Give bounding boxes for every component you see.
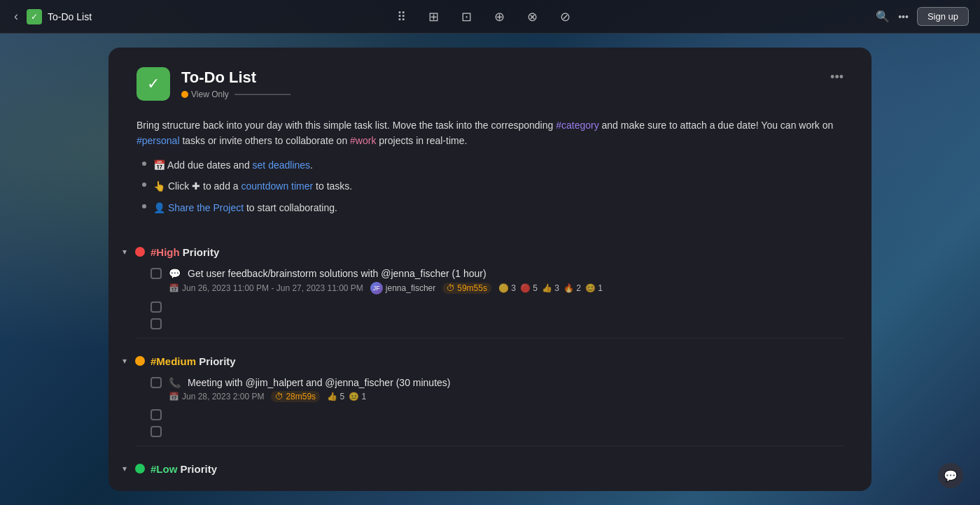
task-item-1: 💬 Get user feedback/brainstorm solutions…	[108, 264, 872, 299]
view-only-bar	[234, 94, 290, 95]
assignee-avatar-1: JF	[370, 282, 383, 294]
bullet-text-2: 👆 Click ✚ to add a countdown timer to ta…	[153, 178, 352, 194]
medium-priority-hash: #Medium	[150, 355, 196, 367]
task-timer-1: ⏱ 59m55s	[442, 283, 491, 294]
high-priority-title: #High Priority	[150, 246, 219, 258]
timer-icon-1: ⏱	[447, 283, 455, 293]
task-checkbox-2[interactable]	[150, 377, 162, 388]
medium-priority-dot	[135, 356, 145, 366]
description-paragraph: Bring structure back into your day with …	[136, 118, 844, 149]
countdown-timer-link[interactable]: countdown timer	[241, 180, 314, 192]
list-item: 👤 Share the Project to start collaborati…	[142, 200, 844, 215]
nav-layout-icon-1[interactable]: ⠿	[393, 6, 410, 27]
panel-title-area: To-Do List View Only	[181, 69, 290, 99]
reaction-5[interactable]: 😊 1	[585, 283, 603, 293]
reaction-3[interactable]: 👍 3	[542, 283, 559, 293]
more-button[interactable]: •••	[898, 11, 909, 22]
reaction-medium-1[interactable]: 👍 5	[327, 392, 344, 401]
chat-icon: 💬	[944, 469, 958, 483]
empty-task-row-high-1	[108, 299, 872, 315]
task-checkbox-1[interactable]	[150, 268, 162, 279]
medium-priority-title: #Medium Priority	[150, 355, 236, 367]
empty-checkbox-medium-2[interactable]	[150, 426, 162, 437]
assignee-name-1: jenna_fischer	[386, 283, 435, 293]
work-link[interactable]: #work	[350, 135, 376, 146]
low-priority-section-header: ▾ #Low Priority	[108, 452, 872, 481]
bullet-list: 📅 Add due dates and set deadlines. 👆 Cli…	[136, 157, 844, 215]
task-emoji-1: 💬	[169, 268, 181, 279]
nav-users-icon[interactable]: ⊘	[556, 6, 575, 27]
task-reactions-1: 🟡 3 🔴 5 👍 3 🔥 2 😊 1	[498, 283, 603, 293]
empty-checkbox-high-1[interactable]	[150, 301, 162, 313]
low-priority-collapse-btn[interactable]: ▾	[122, 464, 127, 474]
reaction-medium-2[interactable]: 😐 1	[349, 392, 366, 401]
empty-task-row-medium-2	[108, 423, 872, 440]
set-deadlines-link[interactable]: set deadlines	[253, 159, 311, 171]
navbar-right: 🔍 ••• Sign up	[876, 7, 969, 26]
medium-priority-rest: Priority	[199, 355, 236, 367]
nav-layout-icon-3[interactable]: ⊡	[457, 6, 476, 27]
task-text-1: Get user feedback/brainstorm solutions w…	[188, 268, 486, 279]
high-priority-dot	[135, 247, 145, 257]
list-item: 📅 Add due dates and set deadlines.	[142, 157, 844, 173]
task-date-2: 📅 Jun 28, 2023 2:00 PM	[169, 392, 264, 401]
list-item: 👆 Click ✚ to add a countdown timer to ta…	[142, 178, 844, 194]
bullet-dot	[142, 204, 146, 208]
task-row-2: 📞 Meeting with @jim_halpert and @jenna_f…	[150, 377, 858, 388]
nav-app-icon: ✓	[27, 9, 42, 24]
navbar: ‹ ✓ To-Do List ⠿ ⊞ ⊡ ⊕ ⊗ ⊘ 🔍 ••• Sign up	[0, 0, 980, 34]
task-emoji-2: 📞	[169, 377, 181, 388]
view-only-label: View Only	[191, 90, 229, 99]
nav-layout-icon-2[interactable]: ⊞	[424, 6, 443, 27]
signup-button[interactable]: Sign up	[917, 7, 969, 26]
panel-header: ✓ To-Do List View Only •••	[108, 48, 872, 112]
chat-button[interactable]: 💬	[938, 463, 963, 488]
view-only-badge: View Only	[181, 90, 290, 99]
empty-checkbox-high-2[interactable]	[150, 318, 162, 329]
calendar-icon-2: 📅	[169, 392, 179, 401]
description-area: Bring structure back into your day with …	[108, 112, 872, 235]
bullet-text-3: 👤 Share the Project to start collaborati…	[153, 200, 337, 215]
low-priority-title: #Low Priority	[150, 463, 217, 475]
low-priority-rest: Priority	[181, 463, 218, 475]
search-icon[interactable]: 🔍	[876, 10, 890, 23]
reaction-1[interactable]: 🟡 3	[498, 283, 516, 293]
empty-task-row-high-2	[108, 315, 872, 332]
navbar-left: ‹ ✓ To-Do List	[11, 6, 92, 27]
task-date-1: 📅 Jun 26, 2023 11:00 PM - Jun 27, 2023 1…	[169, 283, 363, 293]
reaction-2[interactable]: 🔴 5	[520, 283, 538, 293]
task-row: 💬 Get user feedback/brainstorm solutions…	[150, 268, 858, 279]
empty-checkbox-medium-1[interactable]	[150, 409, 162, 420]
panel-header-left: ✓ To-Do List View Only	[136, 67, 290, 101]
medium-priority-section-header: ▾ #Medium Priority	[108, 344, 872, 373]
nav-share-icon[interactable]: ⊗	[523, 6, 542, 27]
calendar-icon: 📅	[169, 283, 179, 293]
panel-title: To-Do List	[181, 69, 290, 87]
share-project-link[interactable]: Share the Project	[168, 202, 244, 213]
high-priority-section-header: ▾ #High Priority	[108, 235, 872, 264]
high-priority-rest: Priority	[183, 246, 220, 258]
view-only-dot	[181, 91, 188, 98]
nav-layout-icon-4[interactable]: ⊕	[490, 6, 509, 27]
section-divider-2	[136, 446, 844, 446]
bullet-dot	[142, 162, 146, 166]
task-item-2: 📞 Meeting with @jim_halpert and @jenna_f…	[108, 373, 872, 406]
app-logo: ✓	[136, 67, 170, 101]
category-link[interactable]: #category	[556, 120, 598, 131]
high-priority-collapse-btn[interactable]: ▾	[122, 247, 127, 257]
bullet-text-1: 📅 Add due dates and set deadlines.	[153, 157, 313, 173]
navbar-center: ⠿ ⊞ ⊡ ⊕ ⊗ ⊘	[92, 6, 876, 27]
high-priority-hash: #High	[150, 246, 180, 258]
low-priority-dot	[135, 464, 145, 474]
panel-more-button[interactable]: •••	[830, 70, 844, 85]
section-divider-1	[136, 338, 844, 339]
task-timer-2: ⏱ 28m59s	[271, 391, 320, 402]
back-button[interactable]: ‹	[11, 6, 21, 27]
low-priority-hash: #Low	[150, 463, 177, 475]
reaction-4[interactable]: 🔥 2	[564, 283, 581, 293]
medium-priority-collapse-btn[interactable]: ▾	[122, 356, 127, 366]
timer-icon-2: ⏱	[275, 392, 284, 401]
personal-link[interactable]: #personal	[136, 135, 180, 146]
task-text-2: Meeting with @jim_halpert and @jenna_fis…	[188, 377, 451, 388]
nav-title: To-Do List	[48, 11, 92, 22]
